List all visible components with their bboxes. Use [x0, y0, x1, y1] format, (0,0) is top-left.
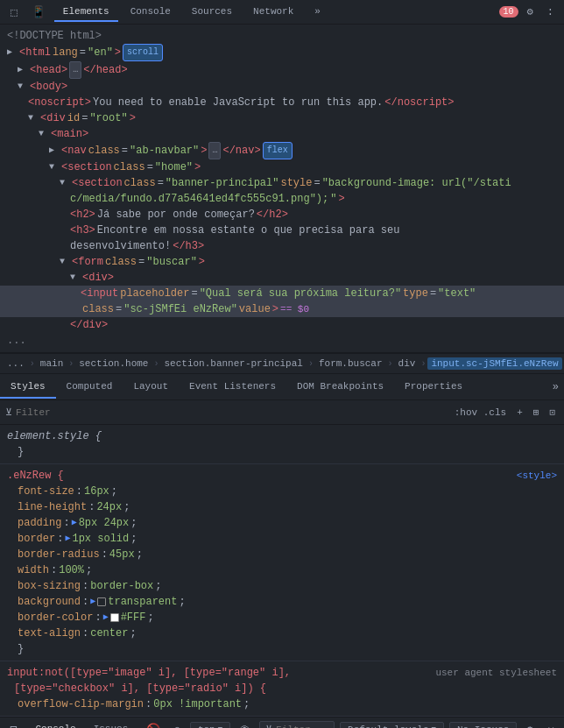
console-filter-input[interactable]: [276, 724, 328, 729]
more-options-icon[interactable]: :: [542, 4, 559, 20]
section-banner-line[interactable]: ▼ <section class="banner-principal" styl…: [0, 175, 564, 191]
ua-label: user agent stylesheet: [435, 665, 557, 681]
css-prop-text-align: text-align : center ;: [7, 626, 557, 641]
div-collapse[interactable]: ▼: [70, 270, 79, 286]
devtools-toolbar: ⬚ 📱 Elements Console Sources Network » 1…: [0, 0, 564, 25]
css-prop-line-height: line-height : 24px ;: [7, 499, 557, 515]
border-arrow[interactable]: ▶: [65, 531, 70, 547]
nav-expand[interactable]: ▶: [49, 143, 58, 159]
tab-sources[interactable]: Sources: [183, 3, 241, 22]
head-ellipsis[interactable]: …: [69, 61, 81, 79]
html-tag-line[interactable]: ▶ <html lang="en" > scroll: [0, 44, 564, 61]
bc-dots[interactable]: ...: [4, 357, 28, 370]
inspect-icon[interactable]: ⬚: [5, 4, 23, 21]
nav-ellipsis[interactable]: …: [208, 142, 221, 159]
filter-console[interactable]: ⊻: [259, 721, 335, 728]
main-collapse[interactable]: ▼: [39, 126, 47, 142]
padding-arrow[interactable]: ▶: [72, 515, 77, 531]
styles-filter-bar: ⊻ :hov .cls + ⊞ ⊡: [0, 400, 564, 425]
tab-more[interactable]: »: [306, 3, 329, 22]
flex-badge[interactable]: flex: [263, 142, 293, 159]
nav-tag-line[interactable]: ▶ <nav class="ab-navbar" > … </nav> flex: [0, 142, 564, 159]
body-tag-line[interactable]: ▼ <body>: [0, 79, 564, 95]
bc-arrow[interactable]: ▶: [103, 610, 109, 626]
noscript-line[interactable]: <noscript> You need to enable JavaScript…: [0, 95, 564, 110]
scroll-badge[interactable]: scroll: [123, 44, 163, 61]
enzrew-selector[interactable]: .eNzRew {: [7, 468, 64, 484]
ua-selector2: [type="checkbox" i], [type="radio" i]) {: [7, 681, 557, 696]
new-style-rule-btn[interactable]: ⊞: [530, 406, 543, 419]
tab-layout[interactable]: Layout: [123, 376, 179, 399]
form-collapse[interactable]: ▼: [60, 254, 68, 270]
head-tag-line[interactable]: ▶ <head> … </head>: [0, 61, 564, 79]
more-styles-btn[interactable]: ⊡: [546, 406, 559, 419]
settings-console-btn[interactable]: ⊙: [170, 723, 185, 728]
console-toolbar: ⊟ Console Issues 🚫 ⊙ top ▼ 👁 ⊻ Default l…: [0, 717, 564, 728]
main-tag-line[interactable]: ▼ <main>: [0, 126, 564, 142]
div-inner-line[interactable]: ▼ <div>: [0, 270, 564, 286]
error-badge[interactable]: 10: [499, 6, 518, 18]
bc-section-home[interactable]: section.home: [75, 357, 152, 370]
device-icon[interactable]: 📱: [26, 4, 51, 21]
styles-panel: Styles Computed Layout Event Listeners D…: [0, 374, 564, 717]
body-collapse[interactable]: ▼: [18, 79, 26, 95]
filter-icon: ⊻: [5, 406, 12, 418]
tab-network[interactable]: Network: [244, 3, 302, 22]
div-root-line[interactable]: ▼ <div id="root" >: [0, 110, 564, 126]
clear-console-btn[interactable]: 🚫: [142, 722, 165, 729]
bc-section-banner[interactable]: section.banner-principal: [160, 357, 306, 370]
banner-collapse[interactable]: ▼: [60, 175, 68, 191]
h3-line[interactable]: <h3> Encontre em nossa estante o que pre…: [0, 223, 564, 238]
default-levels-dropdown[interactable]: Default levels ▼: [340, 722, 444, 729]
expand-arrow[interactable]: ▶: [18, 62, 26, 78]
hover-cls-btn[interactable]: :hov .cls: [451, 406, 510, 419]
settings-icon[interactable]: ⚙: [522, 4, 539, 20]
closing-div-line[interactable]: </div>: [0, 317, 564, 333]
tab-computed[interactable]: Computed: [56, 376, 123, 399]
html-doctype-line[interactable]: <!DOCTYPE html>: [0, 28, 564, 44]
tab-console[interactable]: Console: [122, 3, 180, 22]
section-banner-line2[interactable]: c/media/fundo.d77a54641ed4fc555c91.png")…: [0, 191, 564, 207]
bg-arrow[interactable]: ▶: [90, 594, 95, 610]
tab-styles[interactable]: Styles: [0, 376, 56, 399]
input-line2[interactable]: class="sc-jSMfEi eNzRew" value> == $0: [0, 301, 564, 317]
add-style-btn[interactable]: +: [513, 406, 526, 419]
section-home-collapse[interactable]: ▼: [49, 159, 58, 175]
top-dropdown-arrow: ▼: [218, 725, 222, 729]
section-home-line[interactable]: ▼ <section class="home" >: [0, 159, 564, 175]
enzrew-source[interactable]: <style>: [517, 468, 557, 484]
ua-overflow-prop: overflow-clip-margin : 0px !important ;: [7, 696, 557, 712]
console-tab-issues[interactable]: Issues: [85, 720, 137, 729]
dots-line[interactable]: ...: [0, 333, 564, 349]
eye-btn[interactable]: 👁: [236, 723, 254, 728]
console-gear-btn[interactable]: ⚙: [522, 722, 538, 729]
h3-line2[interactable]: desenvolvimento! </h3>: [0, 238, 564, 254]
bg-swatch[interactable]: [97, 597, 106, 606]
tab-elements[interactable]: Elements: [54, 3, 118, 22]
console-close-btn[interactable]: ✕: [543, 722, 559, 729]
default-levels-label: Default levels: [348, 724, 428, 729]
bc-div[interactable]: div: [395, 357, 419, 370]
collapse-arrow[interactable]: ▶: [7, 45, 16, 60]
styles-more-icon[interactable]: »: [547, 378, 564, 397]
h2-line[interactable]: <h2> Já sabe por onde começar? </h2>: [0, 207, 564, 223]
tab-event-listeners[interactable]: Event Listeners: [179, 376, 286, 399]
tab-dom-breakpoints[interactable]: DOM Breakpoints: [286, 376, 394, 399]
css-prop-width: width : 100% ;: [7, 562, 557, 578]
bc-form[interactable]: form.buscar: [315, 357, 386, 370]
console-tab-console[interactable]: Console: [26, 720, 84, 729]
bc-main[interactable]: main: [37, 357, 67, 370]
bc-swatch[interactable]: [110, 613, 119, 622]
input-line[interactable]: <input placeholder="Qual será sua próxim…: [0, 286, 564, 301]
filter-funnel-icon: ⊻: [265, 724, 272, 728]
top-dropdown[interactable]: top ▼: [190, 722, 230, 729]
console-panel-icon[interactable]: ⊟: [5, 721, 21, 728]
css-prop-border-color: border-color : ▶ #FFF ;: [7, 610, 557, 626]
no-issues-btn[interactable]: No Issues: [449, 722, 517, 729]
tab-properties[interactable]: Properties: [394, 376, 473, 399]
root-collapse[interactable]: ▼: [28, 110, 37, 126]
bc-input[interactable]: input.sc-jSMfEi.eNzRew: [427, 357, 561, 370]
form-buscar-line[interactable]: ▼ <form class="buscar" >: [0, 254, 564, 270]
ua-selector[interactable]: input:not([type="image" i], [type="range…: [7, 665, 291, 681]
styles-filter-input[interactable]: [16, 407, 448, 418]
